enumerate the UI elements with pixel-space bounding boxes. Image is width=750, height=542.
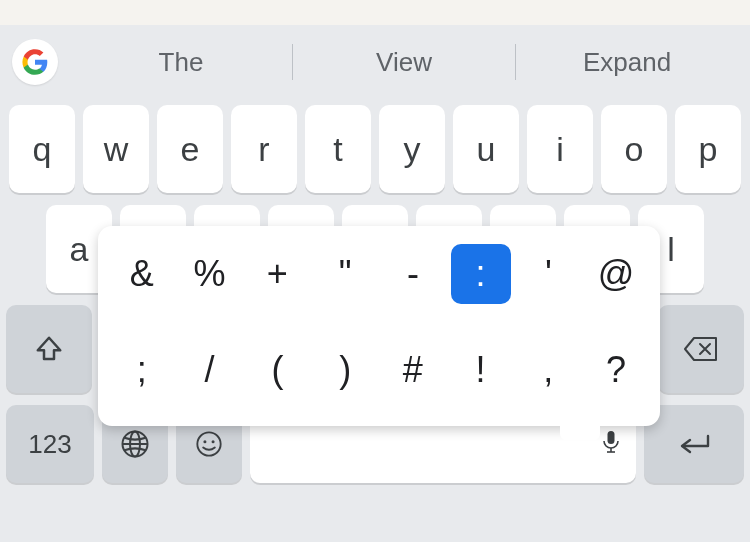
svg-rect-6 [608, 431, 615, 444]
key-i[interactable]: i [527, 105, 593, 193]
backspace-icon [683, 335, 719, 363]
popup-key-at[interactable]: @ [586, 244, 646, 304]
shift-icon [34, 334, 64, 364]
suggestion-bar: The View Expand [0, 25, 750, 99]
popup-key-colon[interactable]: : [451, 244, 511, 304]
key-t[interactable]: t [305, 105, 371, 193]
popup-tail [560, 420, 600, 440]
suggestion-1[interactable]: The [70, 40, 292, 84]
symbols-key[interactable]: 123 [6, 405, 94, 483]
backspace-key[interactable] [658, 305, 744, 393]
popup-key-question[interactable]: ? [586, 340, 646, 400]
long-press-popup: & % + " - : ' @ ; / ( ) # ! , ? [98, 226, 660, 426]
app-content-edge [0, 0, 750, 25]
svg-point-5 [212, 440, 215, 443]
shift-key[interactable] [6, 305, 92, 393]
key-e[interactable]: e [157, 105, 223, 193]
popup-key-rparen[interactable]: ) [315, 340, 375, 400]
key-o[interactable]: o [601, 105, 667, 193]
key-u[interactable]: u [453, 105, 519, 193]
google-logo-button[interactable] [12, 39, 58, 85]
key-y[interactable]: y [379, 105, 445, 193]
popup-key-comma[interactable]: , [518, 340, 578, 400]
svg-point-4 [203, 440, 206, 443]
popup-key-dash[interactable]: - [383, 244, 443, 304]
popup-key-exclaim[interactable]: ! [451, 340, 511, 400]
popup-key-semicolon[interactable]: ; [112, 340, 172, 400]
enter-icon [676, 432, 712, 456]
key-p[interactable]: p [675, 105, 741, 193]
popup-key-slash[interactable]: / [180, 340, 240, 400]
suggestion-2[interactable]: View [293, 40, 515, 84]
key-r[interactable]: r [231, 105, 297, 193]
key-row-1: q w e r t y u i o p [0, 99, 750, 199]
key-w[interactable]: w [83, 105, 149, 193]
globe-icon [120, 429, 150, 459]
popup-key-amp[interactable]: & [112, 244, 172, 304]
emoji-icon [195, 430, 223, 458]
mic-icon [602, 430, 620, 458]
popup-key-percent[interactable]: % [180, 244, 240, 304]
key-q[interactable]: q [9, 105, 75, 193]
google-icon [21, 48, 49, 76]
popup-key-lparen[interactable]: ( [247, 340, 307, 400]
suggestion-3[interactable]: Expand [516, 40, 738, 84]
popup-key-hash[interactable]: # [383, 340, 443, 400]
svg-point-3 [197, 432, 220, 455]
popup-key-quote[interactable]: " [315, 244, 375, 304]
popup-key-plus[interactable]: + [247, 244, 307, 304]
popup-key-apostrophe[interactable]: ' [518, 244, 578, 304]
